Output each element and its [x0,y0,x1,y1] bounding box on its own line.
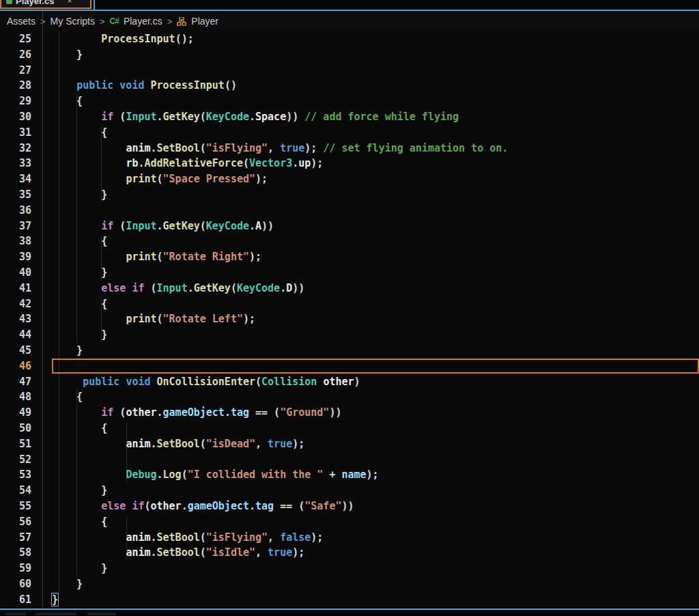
code-token: KeyCode [206,111,249,123]
line-number: 54 [0,483,42,499]
code-line[interactable]: 38 { [0,234,699,249]
code-token: Vector3 [249,157,292,169]
code-line[interactable]: 40 } [0,265,699,281]
code-line[interactable]: 27 [0,63,699,79]
code-line[interactable]: 44 } [0,327,699,343]
code-line[interactable]: 47 public void OnCollisionEnter(Collisio… [0,374,699,390]
code-token: . [249,220,255,232]
code-token: } [52,562,107,574]
code-token: public [76,79,113,92]
code-line[interactable]: 52 [0,452,699,468]
code-token: )) [329,406,341,419]
code-line[interactable]: 33 rb.AddRelativeForce(Vector3.up); [0,156,699,171]
code-token [52,157,126,169]
code-line[interactable]: 43 print("Rotate Left"); [0,311,699,327]
code-token: void [126,376,150,388]
code-token: . [157,111,163,123]
code-token: == ( [274,500,304,512]
code-line[interactable]: 31 { [0,125,699,141]
code-line[interactable]: 59 } [0,561,699,576]
code-token [52,406,101,419]
code-line[interactable]: 41 else if (Input.GetKey(KeyCode.D)) [0,281,699,296]
tab-player-cs[interactable]: Player.cs × [0,0,91,9]
code-text: } [42,265,699,281]
line-number: 40 [0,265,42,281]
code-token: } [52,188,107,201]
matched-brace: } [52,593,58,606]
tab-title: Player.cs [16,0,54,6]
code-token: ) [354,376,360,388]
breadcrumb-player-cs[interactable]: Player.cs [124,16,162,27]
code-line[interactable]: 50 { [0,421,699,436]
code-token: . [292,157,298,169]
code-line[interactable]: 30 if (Input.GetKey(KeyCode.Space)) // a… [0,109,699,125]
code-line[interactable]: 49 if (other.gameObject.tag == ("Ground"… [0,405,699,421]
code-token: ); [255,173,268,185]
line-number: 37 [0,219,42,234]
code-token: } [52,328,107,341]
code-line[interactable]: 36 [0,203,699,219]
code-token: ( [157,251,163,263]
code-line[interactable]: 55 else if(other.gameObject.tag == ("Saf… [0,499,699,514]
code-token: )) [286,111,304,123]
code-line[interactable]: 56 { [0,514,699,530]
code-token: else [101,500,126,512]
code-text [42,452,699,468]
code-line[interactable]: 61} [0,592,699,608]
code-line[interactable]: 39 print("Rotate Right"); [0,249,699,265]
code-token: )) [292,282,304,294]
line-number: 56 [0,514,42,530]
code-text: } [42,561,699,576]
code-token: , [268,531,280,544]
breadcrumb-player-class[interactable]: Player [191,16,218,27]
code-token [52,33,101,45]
code-token: GetKey [163,111,200,123]
code-line[interactable]: 57 anim.SetBool("isFlying", false); [0,530,699,546]
code-token: Input [126,111,156,123]
code-token: == ( [249,406,280,419]
code-line[interactable]: 48 { [0,389,699,405]
code-line[interactable]: 54 } [0,483,699,499]
breadcrumb-my-scripts[interactable]: My Scripts [51,16,95,27]
code-text: { [42,94,699,109]
code-line[interactable]: 46 [0,359,699,374]
code-line[interactable]: 35 } [0,187,699,203]
code-token: other [323,376,354,388]
code-token: other [151,500,182,512]
code-line[interactable]: 28 public void ProcessInput() [0,78,699,94]
code-line[interactable]: 25 ProcessInput(); [0,31,699,47]
code-line[interactable]: 32 anim.SetBool("isFlying", true); // se… [0,141,699,156]
code-line[interactable]: 51 anim.SetBool("isDead", true); [0,436,699,452]
code-line[interactable]: 37 if (Input.GetKey(KeyCode.A)) [0,219,699,234]
code-token: () [225,79,237,92]
code-line[interactable]: 60 } [0,576,699,592]
code-token: "Ground" [280,406,329,419]
code-text: print("Space Pressed"); [42,171,699,187]
code-token: true [280,142,304,154]
code-token [52,500,101,512]
breadcrumb-assets[interactable]: Assets [7,16,35,27]
code-text: anim.SetBool("isDead", true); [42,436,699,452]
code-line[interactable]: 26 } [0,47,699,63]
code-line[interactable]: 45 } [0,343,699,359]
code-token: { [52,235,107,247]
code-editor[interactable]: 25 ProcessInput();26 }2728 public void P… [0,31,699,608]
line-number: 44 [0,327,42,343]
code-token: )) [341,500,354,512]
code-token: . [151,531,157,544]
code-token: tag [231,406,249,419]
code-token: . [157,406,163,419]
code-line[interactable]: 34 print("Space Pressed"); [0,171,699,187]
code-token: gameObject [188,500,249,512]
line-number: 32 [0,141,42,156]
code-line[interactable]: 29 { [0,94,699,109]
line-number: 51 [0,436,42,452]
code-token: anim [126,531,150,544]
code-text: { [42,421,699,436]
close-icon[interactable]: × [67,0,72,5]
code-token [52,546,126,559]
code-line[interactable]: 53 Debug.Log("I collided with the " + na… [0,467,699,483]
code-token: { [52,126,107,139]
code-line[interactable]: 42 { [0,296,699,312]
code-line[interactable]: 58 anim.SetBool("isIdle", true); [0,545,699,561]
